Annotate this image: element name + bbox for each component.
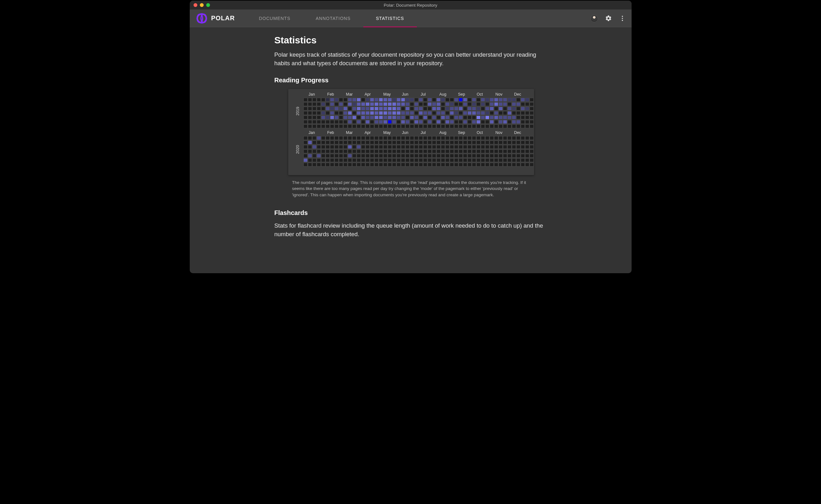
heatmap-cell <box>490 111 494 115</box>
heatmap-cell <box>454 120 458 124</box>
brand-name: POLAR <box>211 15 235 22</box>
heatmap-cell <box>321 136 325 140</box>
heatmap-cell <box>348 158 352 162</box>
heatmap-cell <box>330 116 334 120</box>
heatmap-cell <box>312 116 316 120</box>
heatmap-cell <box>396 154 401 158</box>
tab-documents[interactable]: DOCUMENTS <box>246 9 303 27</box>
heatmap-cell <box>432 149 436 154</box>
heatmap-cell <box>330 149 334 154</box>
heatmap-cell <box>312 120 316 124</box>
heatmap-cell <box>365 98 369 102</box>
heatmap-cell <box>423 158 427 162</box>
heatmap-cell <box>468 141 472 145</box>
heatmap-cell <box>334 116 338 120</box>
heatmap-cell <box>459 158 463 162</box>
heatmap-cell <box>365 145 369 149</box>
heatmap-cell <box>308 158 312 162</box>
heatmap-cell <box>419 116 423 120</box>
heatmap-cell <box>388 163 392 167</box>
heatmap-cell <box>530 107 534 111</box>
heatmap-cell <box>383 154 387 158</box>
heatmap-cell <box>401 120 405 124</box>
heatmap-cell <box>357 145 361 149</box>
heatmap-cell <box>419 120 423 124</box>
heatmap-cell <box>459 98 463 102</box>
gear-icon[interactable] <box>605 15 612 22</box>
heatmap-cell <box>352 145 356 149</box>
heatmap-cell <box>454 163 458 167</box>
heatmap-cell <box>499 149 503 154</box>
heatmap-cell <box>468 145 472 149</box>
heatmap-cell <box>343 111 347 115</box>
heatmap-cell <box>370 141 374 145</box>
heatmap-cell <box>325 107 330 111</box>
heatmap-cell <box>472 149 476 154</box>
heatmap-cell <box>477 163 481 167</box>
tab-statistics[interactable]: STATISTICS <box>363 9 417 27</box>
heatmap-cell <box>423 111 427 115</box>
heatmap-cell <box>383 107 387 111</box>
heatmap-cell <box>508 111 512 115</box>
brand[interactable]: POLAR <box>195 11 235 25</box>
heatmap-cell <box>494 116 498 120</box>
heatmap-cell <box>361 102 365 106</box>
heatmap-cell <box>410 111 414 115</box>
heatmap-cell <box>463 116 467 120</box>
heatmap-cell <box>503 154 507 158</box>
heatmap-cell <box>477 102 481 106</box>
heatmap-cell <box>454 141 458 145</box>
heatmap-cell <box>339 124 343 129</box>
month-label: Aug <box>435 130 454 135</box>
heatmap-cell <box>370 124 374 129</box>
heatmap-cell <box>423 124 427 129</box>
heatmap-cell <box>317 124 321 129</box>
heatmap-cell <box>525 107 529 111</box>
heatmap-cell <box>361 98 365 102</box>
svg-point-3 <box>622 16 623 17</box>
heatmap-cell <box>481 163 485 167</box>
heatmap-cell <box>459 120 463 124</box>
heatmap-cell <box>490 141 494 145</box>
heatmap-cell <box>392 163 396 167</box>
heatmap-cell <box>392 102 396 106</box>
content-scroll[interactable]: Statistics Polar keeps track of statisti… <box>190 27 632 273</box>
heatmap-cell <box>410 116 414 120</box>
heatmap-cell <box>441 149 445 154</box>
heatmap-cell <box>317 98 321 102</box>
month-label: Mar <box>341 130 360 135</box>
heatmap-cell <box>365 102 369 106</box>
heatmap-cell <box>365 107 369 111</box>
reading-progress-heading: Reading Progress <box>274 77 547 84</box>
heatmap-cell <box>321 141 325 145</box>
heatmap-cell <box>414 107 419 111</box>
heatmap-cell <box>308 124 312 129</box>
heatmap-cell <box>352 124 356 129</box>
heatmap-cell <box>325 102 330 106</box>
minimize-icon[interactable] <box>200 3 204 7</box>
polar-logo-icon <box>195 11 209 25</box>
avatar[interactable] <box>591 15 598 22</box>
heatmap-cell <box>317 154 321 158</box>
heatmap-cell <box>308 163 312 167</box>
heatmap-cell <box>503 158 507 162</box>
heatmap-cell <box>437 107 441 111</box>
heatmap-cell <box>317 141 321 145</box>
tab-annotations[interactable]: ANNOTATIONS <box>303 9 363 27</box>
heatmap-cell <box>392 141 396 145</box>
heatmap-cell <box>516 98 521 102</box>
heatmap-cell <box>365 116 369 120</box>
heatmap-cell <box>472 120 476 124</box>
heatmap-cell <box>330 158 334 162</box>
heatmap-cell <box>370 154 374 158</box>
maximize-icon[interactable] <box>206 3 210 7</box>
close-icon[interactable] <box>193 3 197 7</box>
heatmap-cell <box>334 120 338 124</box>
heatmap-cell <box>303 124 307 129</box>
heatmap-cell <box>401 163 405 167</box>
heatmap-cell <box>485 149 490 154</box>
heatmap-cell <box>423 141 427 145</box>
heatmap-cell <box>339 98 343 102</box>
more-vert-icon[interactable] <box>619 15 626 22</box>
heatmap-cell <box>419 158 423 162</box>
